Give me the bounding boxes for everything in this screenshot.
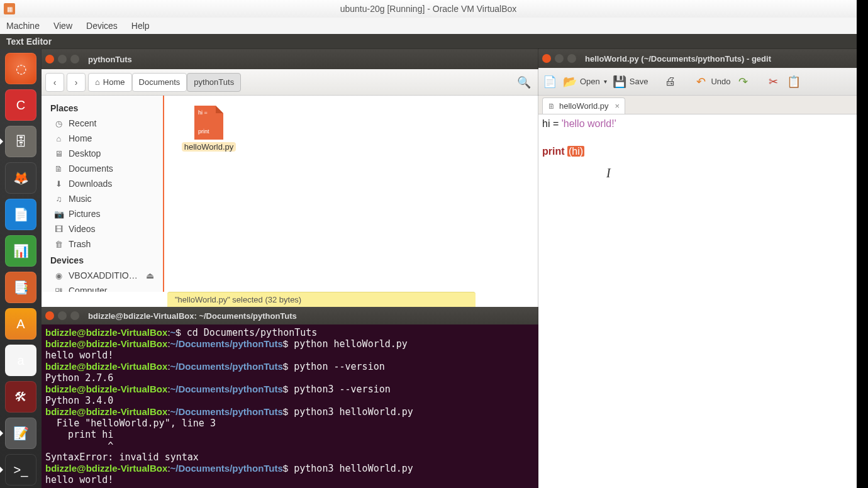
file-helloWorld-py[interactable]: hi = print helloWorld.py (174, 106, 243, 152)
software-center-app[interactable]: A (5, 308, 36, 340)
gedit-window: helloWorld.py (~/Documents/pythonTuts) -… (538, 49, 857, 488)
files-search-button[interactable]: 🔍 (513, 75, 535, 89)
amazon-app[interactable]: a (5, 345, 36, 376)
gedit-tab-close[interactable]: × (615, 101, 620, 111)
virtualbox-title: ubuntu-20g [Running] - Oracle VM Virtual… (340, 4, 517, 14)
file-icon: 🗎 (548, 102, 555, 111)
files-window-controls (45, 55, 79, 64)
code-line-2: print (hi) (542, 145, 853, 158)
gedit-new-button[interactable]: 📄 (542, 74, 557, 89)
terminal-min-button[interactable] (58, 311, 67, 320)
gedit-close-button[interactable] (542, 54, 551, 63)
files-min-button[interactable] (58, 55, 67, 64)
files-content[interactable]: hi = print helloWorld.py (164, 96, 538, 292)
gedit-max-button[interactable] (567, 54, 576, 63)
gedit-open-button[interactable]: 📂Open▾ (562, 74, 607, 89)
vbox-menu-machine[interactable]: Machine (6, 21, 40, 31)
python-file-icon: hi = print (194, 106, 223, 140)
sidebar-icon: 🖳 (54, 286, 64, 292)
cut-icon: ✂ (766, 74, 781, 89)
sidebar-item-music[interactable]: ♫Music (42, 191, 163, 206)
sidebar-places-header: Places (42, 99, 163, 116)
gedit-redo-button[interactable]: ↷ (736, 74, 751, 89)
sidebar-item-recent[interactable]: ◷Recent (42, 116, 163, 131)
files-forward-button[interactable]: › (67, 73, 86, 92)
redo-icon: ↷ (736, 74, 751, 89)
terminal-max-button[interactable] (70, 311, 79, 320)
gedit-save-button[interactable]: 💾Save (612, 74, 648, 89)
files-pathbar: ⌂HomeDocumentspythonTuts (88, 73, 241, 92)
virtualbox-titlebar: ▦ ubuntu-20g [Running] - Oracle VM Virtu… (0, 0, 857, 18)
files-max-button[interactable] (70, 55, 79, 64)
gedit-min-button[interactable] (555, 54, 564, 63)
sidebar-icon: 🗑 (54, 240, 64, 249)
gedit-toolbar: 📄 📂Open▾ 💾Save 🖨 ↶Undo ↷ ✂ 📋 (538, 68, 857, 96)
virtualbox-menubar: Machine View Devices Help (0, 18, 857, 34)
focused-app-name: Text Editor (6, 36, 52, 47)
files-close-button[interactable] (45, 55, 54, 64)
gedit-title: helloWorld.py (~/Documents/pythonTuts) -… (585, 54, 771, 64)
sidebar-icon: 🗎 (54, 164, 64, 174)
terminal-titlebar[interactable]: bdizzle@bdizzle-VirtualBox: ~/Documents/… (42, 307, 538, 324)
writer-app[interactable]: 📄 (5, 199, 36, 230)
path-segment-home[interactable]: ⌂Home (88, 73, 132, 92)
sidebar-item-downloads[interactable]: ⬇Downloads (42, 176, 163, 191)
print-icon: 🖨 (663, 74, 678, 89)
files-app[interactable]: 🗄 (5, 126, 36, 157)
terminal-body[interactable]: bdizzle@bdizzle-VirtualBox:~$ cd Documen… (42, 324, 538, 488)
home-icon: ⌂ (95, 77, 100, 87)
files-statusbar: "helloWorld.py" selected (32 bytes) (167, 292, 476, 307)
sidebar-icon: ◉ (54, 271, 64, 280)
terminal-window-controls (45, 311, 79, 320)
text-editor-app[interactable]: 📝 (5, 418, 36, 449)
files-window: pythonTuts ‹ › ⌂HomeDocumentspythonTuts … (42, 49, 538, 307)
vbox-menu-devices[interactable]: Devices (86, 21, 118, 31)
copy-icon: 📋 (786, 74, 801, 89)
sidebar-icon: 🖥 (54, 149, 64, 158)
terminal-app[interactable]: >_ (5, 454, 36, 485)
vbox-menu-view[interactable]: View (53, 21, 72, 31)
sidebar-devices-header: Devices (42, 252, 163, 268)
sidebar-item-trash[interactable]: 🗑Trash (42, 236, 163, 252)
comodo-app[interactable]: C (5, 89, 36, 121)
terminal-title: bdizzle@bdizzle-VirtualBox: ~/Documents/… (88, 311, 297, 321)
sidebar-item-pictures[interactable]: 📷Pictures (42, 206, 163, 221)
gedit-editor[interactable]: hi = 'hello world!' print (hi) I (538, 114, 857, 488)
files-toolbar: ‹ › ⌂HomeDocumentspythonTuts 🔍 (42, 69, 538, 96)
gedit-undo-button[interactable]: ↶Undo (693, 74, 730, 89)
sidebar-item-home[interactable]: ⌂Home (42, 131, 163, 146)
gedit-cut-button[interactable]: ✂ (766, 74, 781, 89)
code-line-blank (542, 131, 853, 145)
ubuntu-dash[interactable]: ◌ (5, 53, 36, 84)
eject-icon[interactable]: ⏏ (146, 270, 154, 280)
impress-app[interactable]: 📑 (5, 272, 36, 303)
sidebar-item-computer[interactable]: 🖳Computer (42, 283, 163, 292)
firefox-app[interactable]: 🦊 (5, 162, 36, 194)
gedit-copy-button[interactable]: 📋 (786, 74, 801, 89)
files-back-button[interactable]: ‹ (45, 73, 64, 92)
files-sidebar: Places ◷Recent⌂Home🖥Desktop🗎Documents⬇Do… (42, 96, 164, 292)
path-segment-documents[interactable]: Documents (132, 73, 187, 92)
gedit-tabbar: 🗎 helloWorld.py × (538, 96, 857, 114)
gedit-titlebar[interactable]: helloWorld.py (~/Documents/pythonTuts) -… (538, 49, 857, 68)
gedit-tab-helloWorld[interactable]: 🗎 helloWorld.py × (542, 97, 625, 114)
open-icon: 📂 (562, 74, 577, 89)
sidebar-item-videos[interactable]: 🎞Videos (42, 221, 163, 236)
settings-app[interactable]: 🛠 (5, 381, 36, 413)
virtualbox-icon: ▦ (4, 3, 15, 14)
path-segment-pythontuts[interactable]: pythonTuts (187, 73, 241, 92)
unity-launcher: ◌C🗄🦊📄📊📑Aa🛠📝>_ (0, 49, 42, 488)
calc-app[interactable]: 📊 (5, 235, 36, 267)
vbox-menu-help[interactable]: Help (131, 21, 150, 31)
gedit-print-button[interactable]: 🖨 (663, 74, 678, 89)
files-titlebar[interactable]: pythonTuts (42, 49, 538, 69)
terminal-window: bdizzle@bdizzle-VirtualBox: ~/Documents/… (42, 307, 538, 488)
file-label: helloWorld.py (182, 142, 236, 152)
sidebar-icon: 📷 (54, 209, 64, 219)
terminal-close-button[interactable] (45, 311, 54, 320)
sidebar-icon: ⬇ (54, 179, 64, 189)
sidebar-item-vboxadditio[interactable]: ◉VBOXADDITIO…⏏ (42, 268, 163, 283)
save-icon: 💾 (612, 74, 627, 89)
sidebar-item-desktop[interactable]: 🖥Desktop (42, 146, 163, 161)
sidebar-item-documents[interactable]: 🗎Documents (42, 161, 163, 176)
